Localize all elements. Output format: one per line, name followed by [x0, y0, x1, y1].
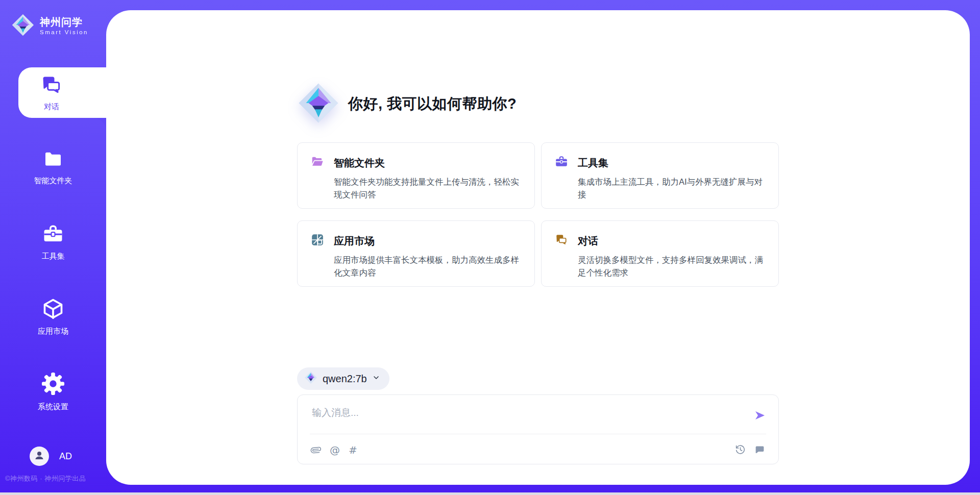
message-input[interactable]	[312, 404, 743, 422]
avatar[interactable]	[30, 447, 49, 466]
greeting-text: 你好, 我可以如何帮助你?	[348, 94, 517, 114]
card-description: 灵活切换多模型文件，支持多样回复效果调试，满足个性化需求	[578, 254, 765, 279]
chat-icon	[40, 74, 63, 98]
card-description: 智能文件夹功能支持批量文件上传与清洗，轻松实现文件问答	[334, 176, 521, 201]
card-description: 集成市场上主流工具，助力AI与外界无缝扩展与对接	[578, 176, 765, 201]
send-icon[interactable]	[754, 409, 766, 424]
folder-open-icon	[311, 155, 324, 170]
sidebar-item-toolset[interactable]: 工具集	[2, 224, 104, 261]
mention-icon[interactable]: @	[330, 445, 340, 455]
sidebar-item-label: 系统设置	[38, 402, 68, 412]
grid-icon	[311, 233, 324, 249]
card-smart-folder[interactable]: 智能文件夹 智能文件夹功能支持批量文件上传与清洗，轻松实现文件问答	[297, 142, 535, 209]
folder-icon	[42, 149, 64, 171]
sidebar-item-label: 智能文件夹	[34, 176, 72, 186]
diamond-logo-icon	[11, 13, 35, 39]
diamond-logo-icon	[304, 371, 317, 386]
footer-credit: ©神州数码 · 神州问学出品	[5, 474, 105, 483]
sidebar-item-chat[interactable]: 对话	[18, 67, 106, 118]
hash-icon[interactable]: #	[349, 445, 357, 455]
main-content: 你好, 我可以如何帮助你? 智能文件夹 智能文件夹功能支持批量文件上传与清洗，轻…	[106, 10, 970, 485]
user-initials: AD	[59, 451, 72, 462]
card-title: 应用市场	[334, 234, 375, 248]
sidebar-item-smart-folder[interactable]: 智能文件夹	[2, 149, 104, 186]
model-selector[interactable]: qwen2:7b	[297, 367, 389, 390]
greeting: 你好, 我可以如何帮助你?	[297, 82, 779, 127]
sidebar-item-label: 应用市场	[38, 327, 68, 336]
gear-icon	[41, 372, 65, 398]
person-icon	[33, 449, 45, 463]
diamond-logo-icon	[297, 82, 340, 127]
cube-icon	[42, 298, 64, 322]
card-description: 应用市场提供丰富长文本模板，助力高效生成多样化文章内容	[334, 254, 521, 279]
card-toolset[interactable]: 工具集 集成市场上主流工具，助力AI与外界无缝扩展与对接	[541, 142, 779, 209]
history-icon[interactable]	[735, 444, 746, 455]
card-app-market[interactable]: 应用市场 应用市场提供丰富长文本模板，助力高效生成多样化文章内容	[297, 220, 535, 287]
card-chat[interactable]: 对话 灵活切换多模型文件，支持多样回复效果调试，满足个性化需求	[541, 220, 779, 287]
card-title: 智能文件夹	[334, 156, 385, 170]
sidebar-item-label: 工具集	[42, 252, 65, 261]
sidebar: 神州问学 Smart Vision 对话 智能文件夹	[0, 0, 106, 495]
chevron-down-icon	[372, 374, 380, 384]
chat-icon	[555, 233, 568, 249]
paperclip-icon[interactable]	[311, 445, 321, 455]
toolbox-icon	[555, 155, 568, 170]
bottom-scrollbar[interactable]	[0, 492, 980, 495]
pill-connector-bottom	[93, 118, 106, 131]
composer-divider	[310, 434, 766, 434]
card-title: 工具集	[578, 156, 608, 170]
card-title: 对话	[578, 234, 598, 248]
chat-bubble-icon[interactable]	[754, 444, 765, 455]
brand-logo: 神州问学 Smart Vision	[11, 13, 88, 39]
pill-connector-top	[93, 54, 106, 67]
sidebar-item-app-market[interactable]: 应用市场	[2, 298, 104, 336]
brand-subtitle: Smart Vision	[40, 29, 88, 36]
user-profile[interactable]: AD	[30, 447, 72, 466]
feature-cards: 智能文件夹 智能文件夹功能支持批量文件上传与清洗，轻松实现文件问答 工具集	[297, 142, 779, 287]
brand-title: 神州问学	[40, 16, 88, 28]
sidebar-item-settings[interactable]: 系统设置	[2, 372, 104, 412]
composer: @ #	[297, 394, 779, 464]
model-name: qwen2:7b	[323, 373, 367, 385]
sidebar-item-label: 对话	[44, 102, 59, 112]
toolbox-icon	[42, 224, 64, 247]
